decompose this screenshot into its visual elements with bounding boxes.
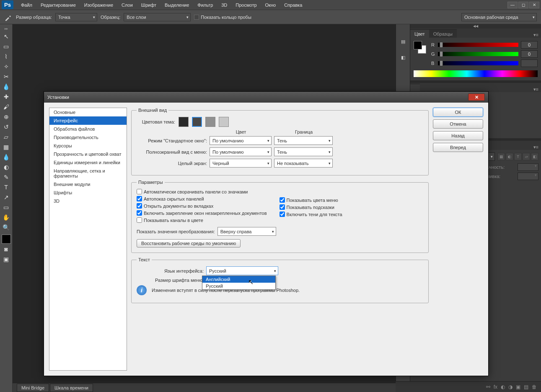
enable-text-shadow-checkbox[interactable]: Включить тени для текста bbox=[280, 211, 342, 217]
back-button[interactable]: Назад bbox=[433, 131, 483, 140]
standard-border-select[interactable]: Тень bbox=[274, 136, 333, 145]
type-tool-icon[interactable]: T bbox=[1, 183, 11, 192]
color-tab[interactable]: Цвет bbox=[410, 29, 429, 38]
panel-menu-icon-3[interactable]: ▾≡ bbox=[531, 144, 541, 150]
sidebar-item-units[interactable]: Единицы измерения и линейки bbox=[49, 158, 127, 167]
fullscreen-menu-border-select[interactable]: Тень bbox=[274, 147, 333, 156]
history-panel-icon[interactable]: ▤ bbox=[399, 37, 408, 46]
standard-color-select[interactable]: По умолчанию bbox=[210, 136, 272, 145]
minimize-button[interactable]: — bbox=[507, 2, 518, 8]
panel-menu-icon[interactable]: ▾≡ bbox=[531, 32, 541, 38]
blur-tool-icon[interactable]: 💧 bbox=[1, 152, 11, 162]
trash-icon[interactable]: 🗑 bbox=[532, 384, 537, 390]
r-value[interactable]: 0 bbox=[521, 41, 538, 49]
dialog-close-button[interactable]: ✕ bbox=[468, 93, 485, 101]
sample-select[interactable]: Все слои bbox=[124, 13, 191, 21]
lang-select[interactable]: Русский bbox=[206, 266, 278, 275]
menu-select[interactable]: Выделение bbox=[160, 1, 193, 9]
sidebar-item-guides[interactable]: Направляющие, сетка и фрагменты bbox=[49, 167, 127, 180]
sidebar-item-plugins[interactable]: Внешние модули bbox=[49, 180, 127, 188]
sidebar-item-general[interactable]: Основные bbox=[49, 108, 127, 116]
open-tabs-checkbox[interactable]: Открыть документы во вкладках bbox=[137, 203, 267, 209]
restore-workspaces-button[interactable]: Восстановить рабочие среды по умолчанию bbox=[137, 239, 241, 248]
shape-tool-icon[interactable]: ▭ bbox=[1, 203, 11, 212]
marquee-tool-icon[interactable]: ▭ bbox=[1, 42, 11, 51]
lang-option-english[interactable]: Английский bbox=[202, 276, 275, 283]
filter-icon-2[interactable]: ◐ bbox=[506, 153, 513, 160]
panel-menu-icon-2[interactable]: ▾≡ bbox=[531, 87, 541, 92]
panel-collapse-icon[interactable]: ◀◀ bbox=[410, 24, 541, 28]
hand-tool-icon[interactable]: ✋ bbox=[1, 213, 11, 222]
menu-window[interactable]: Окно bbox=[261, 1, 280, 9]
lasso-tool-icon[interactable]: ⌇ bbox=[1, 52, 11, 61]
history-brush-tool-icon[interactable]: ↺ bbox=[1, 122, 11, 132]
menu-type[interactable]: Шрифт bbox=[137, 1, 160, 9]
sidebar-item-performance[interactable]: Производительность bbox=[49, 133, 127, 142]
forward-button[interactable]: Вперед bbox=[433, 143, 483, 152]
screenmode-icon[interactable]: ▣ bbox=[1, 255, 11, 264]
dialog-titlebar[interactable]: Установки ✕ bbox=[44, 92, 488, 103]
auto-show-checkbox[interactable]: Автопоказ скрытых панелей bbox=[137, 196, 267, 201]
theme-swatch-4[interactable] bbox=[219, 117, 229, 127]
adjust-icon[interactable]: ◑ bbox=[508, 384, 513, 390]
g-slider[interactable] bbox=[438, 52, 518, 56]
opacity-select[interactable] bbox=[518, 163, 538, 171]
sidebar-item-type[interactable]: Шрифты bbox=[49, 188, 127, 197]
wand-tool-icon[interactable]: ✧ bbox=[1, 62, 11, 71]
dodge-tool-icon[interactable]: ◐ bbox=[1, 162, 11, 172]
sidebar-item-cursors[interactable]: Курсоры bbox=[49, 142, 127, 150]
eraser-tool-icon[interactable]: ▱ bbox=[1, 132, 11, 142]
sample-size-select[interactable]: Точка bbox=[55, 13, 97, 21]
show-tooltips-checkbox[interactable]: Показывать подсказки bbox=[280, 204, 342, 210]
sidebar-item-filehandling[interactable]: Обработка файлов bbox=[49, 125, 127, 133]
eyedropper-tool-icon[interactable]: 💧 bbox=[1, 82, 11, 91]
r-slider[interactable] bbox=[438, 43, 518, 47]
mask-icon[interactable]: ◐ bbox=[501, 384, 505, 390]
folder-icon[interactable]: ▣ bbox=[516, 384, 520, 390]
transform-values-select[interactable]: Вверху справа bbox=[217, 227, 276, 236]
timeline-tab[interactable]: Шкала времени bbox=[50, 384, 93, 392]
menu-view[interactable]: Просмотр bbox=[231, 1, 261, 9]
b-slider[interactable] bbox=[438, 61, 518, 65]
move-tool-icon[interactable]: ↖ bbox=[1, 32, 11, 41]
spectrum-bar[interactable] bbox=[414, 70, 538, 77]
new-layer-icon[interactable]: ▤ bbox=[524, 384, 528, 390]
menu-edit[interactable]: Редактирование bbox=[36, 1, 80, 9]
sidebar-item-interface[interactable]: Интерфейс bbox=[49, 116, 127, 125]
show-menu-colors-checkbox[interactable]: Показывать цвета меню bbox=[280, 197, 342, 203]
lang-option-russian[interactable]: Русский bbox=[202, 283, 275, 289]
theme-swatch-2[interactable] bbox=[192, 117, 202, 127]
menu-help[interactable]: Справка bbox=[280, 1, 306, 9]
stamp-tool-icon[interactable]: ⊕ bbox=[1, 112, 11, 121]
theme-swatch-1[interactable] bbox=[179, 117, 189, 127]
menu-image[interactable]: Изображение bbox=[80, 1, 117, 9]
g-value[interactable]: 0 bbox=[521, 50, 538, 58]
foreground-color-swatch[interactable] bbox=[2, 235, 11, 244]
brush-tool-icon[interactable]: 🖌 bbox=[1, 102, 11, 111]
color-swatch-pair[interactable] bbox=[414, 41, 426, 54]
workspace-select[interactable]: Основная рабочая среда bbox=[461, 13, 537, 21]
adjustments-tab[interactable] bbox=[410, 84, 420, 92]
cancel-button[interactable]: Отмена bbox=[433, 119, 483, 129]
filter-icon-1[interactable]: ▦ bbox=[497, 153, 505, 160]
close-button[interactable]: ✕ bbox=[529, 2, 539, 8]
b-value[interactable] bbox=[521, 59, 538, 67]
path-select-tool-icon[interactable]: ↗ bbox=[1, 193, 11, 202]
menu-filter[interactable]: Фильтр bbox=[193, 1, 217, 9]
filter-icon-4[interactable]: ▱ bbox=[523, 153, 530, 160]
fx-icon[interactable]: fx bbox=[494, 384, 497, 390]
enable-dock-checkbox[interactable]: Включить закрепление окон незакрепленных… bbox=[137, 210, 267, 216]
show-channels-color-checkbox[interactable]: Показывать каналы в цвете bbox=[137, 217, 267, 223]
zoom-tool-icon[interactable]: 🔍 bbox=[1, 223, 11, 232]
quickmask-icon[interactable]: ◙ bbox=[1, 245, 11, 254]
theme-swatch-3[interactable] bbox=[205, 117, 215, 127]
swatches-tab[interactable]: Образцы bbox=[429, 29, 457, 38]
menu-layers[interactable]: Слои bbox=[117, 1, 137, 9]
toolbox-expand[interactable]: ▸▸ bbox=[0, 27, 12, 31]
mini-bridge-tab[interactable]: Mini Bridge bbox=[17, 384, 49, 392]
filter-icon-5[interactable]: ◧ bbox=[531, 153, 538, 160]
pen-tool-icon[interactable]: ✎ bbox=[1, 173, 11, 182]
auto-collapse-checkbox[interactable]: Автоматически сворачивать панели со знач… bbox=[137, 189, 267, 194]
heal-tool-icon[interactable]: ✚ bbox=[1, 92, 11, 101]
ok-button[interactable]: ОК bbox=[433, 108, 483, 117]
